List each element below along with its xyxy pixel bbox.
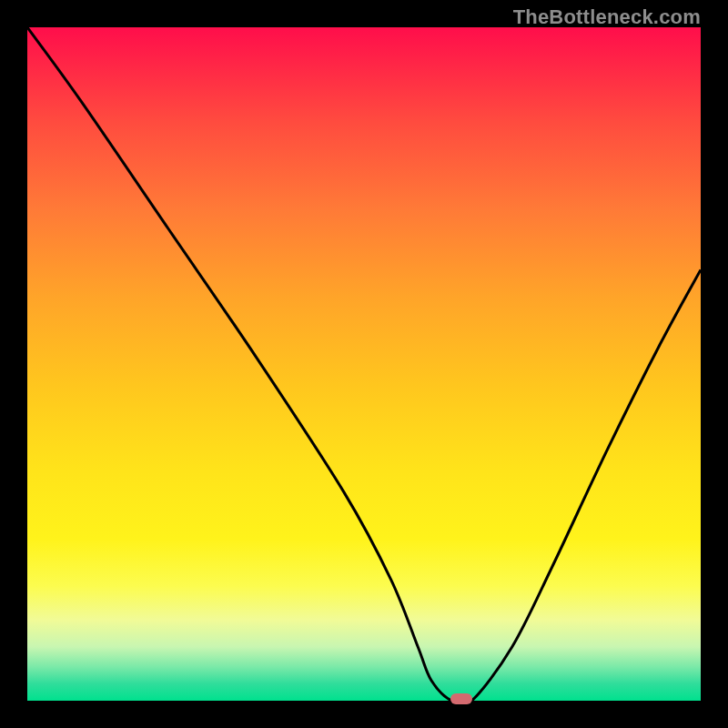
minimum-marker [450, 693, 472, 704]
bottleneck-curve [27, 27, 701, 701]
watermark-text: TheBottleneck.com [513, 5, 701, 29]
plot-area [27, 27, 701, 701]
chart-frame: TheBottleneck.com [0, 0, 728, 728]
